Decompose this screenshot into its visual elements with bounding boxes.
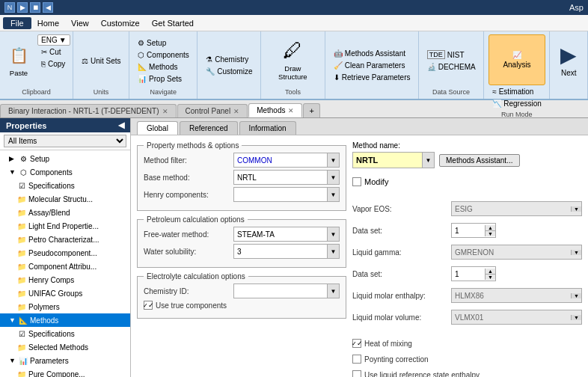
chemistry-id-arrow[interactable]: ▼	[327, 284, 339, 298]
methods-assistant-btn[interactable]: Methods Assistant...	[439, 154, 520, 167]
spinner-up[interactable]: ▲	[486, 225, 495, 231]
title-icon-1[interactable]: N	[4, 2, 15, 13]
sidebar-item-unifac[interactable]: 📁 UNIFAC Groups	[0, 286, 130, 300]
dechema-button[interactable]: 🔬 DECHEMA	[423, 61, 480, 73]
chemistry-id-dropdown[interactable]: ▼	[233, 283, 340, 298]
base-method-row: Base method: NRTL ▼	[144, 170, 340, 185]
dropdown-arrow-icon: ▼	[59, 36, 67, 44]
tab-global[interactable]: Global	[137, 121, 178, 135]
menu-file[interactable]: File	[3, 17, 31, 29]
draw-structure-button[interactable]: 🖊 Draw Structure	[266, 34, 320, 85]
sidebar-item-parameters[interactable]: ▼ 📊 Parameters	[0, 354, 130, 367]
cut-button[interactable]: ✂ Cut	[37, 46, 70, 58]
liquid-molar-volume-dropdown[interactable]: VLMX01 ▼	[451, 310, 582, 325]
method-filter-arrow[interactable]: ▼	[327, 153, 339, 167]
sidebar-item-selected-methods[interactable]: 📁 Selected Methods	[0, 340, 130, 354]
tab-information[interactable]: Information	[239, 121, 296, 135]
use-true-components-label: Use true components	[156, 301, 227, 310]
method-name-arrow[interactable]: ▼	[422, 153, 434, 168]
sidebar-filter-select[interactable]: All Items	[4, 135, 126, 147]
estimation-button[interactable]: ≈ Estimation	[489, 86, 545, 97]
retrieve-parameters-button[interactable]: ⬇ Retrieve Parameters	[330, 72, 414, 83]
nist-button[interactable]: TDE NIST	[423, 49, 480, 61]
customize-button[interactable]: 🔧 Customize	[202, 66, 256, 77]
menu-customize[interactable]: Customize	[95, 17, 146, 29]
henry-components-dropdown[interactable]: ▼	[233, 187, 340, 202]
liquid-molar-enthalpy-dropdown[interactable]: HLMX86 ▼	[451, 288, 582, 303]
sidebar-item-comp-specifications[interactable]: ☑ Specifications	[0, 179, 130, 192]
unit-sets-button[interactable]: ⚖ Unit Sets	[78, 55, 125, 67]
vapor-eos-dropdown[interactable]: ESIG ▼	[451, 201, 582, 216]
free-water-dropdown[interactable]: STEAM-TA ▼	[233, 227, 340, 242]
sidebar-collapse-icon[interactable]: ◀	[118, 120, 124, 130]
liquid-molar-enthalpy-arrow[interactable]: ▼	[571, 293, 581, 298]
methods-assistant-button[interactable]: 🤖 Methods Assistant	[330, 48, 414, 59]
next-button[interactable]: ▶ Next	[554, 34, 583, 85]
sidebar-item-polymers[interactable]: 📁 Polymers	[0, 300, 130, 313]
ribbon-draw-group: 🖊 Draw Structure Tools	[261, 31, 325, 99]
vapor-eos-arrow[interactable]: ▼	[571, 206, 581, 212]
water-solubility-arrow[interactable]: ▼	[327, 245, 339, 258]
sidebar-item-light-end[interactable]: 📁 Light End Propertie...	[0, 219, 130, 233]
eng-dropdown[interactable]: ENG ▼	[37, 34, 70, 46]
poynting-correction-checkbox[interactable]	[352, 355, 361, 364]
title-icon-3[interactable]: ⏹	[30, 2, 40, 13]
method-name-dropdown[interactable]: NRTL ▼	[352, 152, 435, 168]
sidebar-item-pseudo[interactable]: 📁 Pseudocomponent...	[0, 246, 130, 260]
liquid-molar-volume-arrow[interactable]: ▼	[571, 315, 581, 320]
sidebar-item-henry[interactable]: 📁 Henry Comps	[0, 273, 130, 286]
chemistry-button[interactable]: ⚗ Chemistry	[202, 54, 256, 65]
data-set-2-spinner[interactable]: ▲ ▼	[485, 269, 495, 280]
regression-button[interactable]: 📉 Regression	[489, 98, 545, 109]
liquid-gamma-arrow[interactable]: ▼	[571, 250, 581, 255]
base-method-arrow[interactable]: ▼	[327, 171, 339, 184]
sidebar-item-methods[interactable]: ▼ 📐 Methods	[0, 313, 130, 327]
methods-button[interactable]: 📐 Methods	[134, 61, 193, 73]
tab-close-binary[interactable]: ✕	[162, 108, 168, 115]
liquid-gamma-dropdown[interactable]: GMRENON ▼	[451, 245, 582, 260]
title-icon-4[interactable]: ◀	[43, 2, 53, 13]
sidebar-item-assay[interactable]: 📁 Assay/Blend	[0, 206, 130, 219]
sidebar-item-setup[interactable]: ▶ ⚙ Setup	[0, 152, 130, 165]
tab-methods[interactable]: Methods ✕	[248, 103, 302, 117]
tab-control-panel[interactable]: Control Panel ✕	[177, 104, 248, 117]
tab-close-control[interactable]: ✕	[233, 108, 239, 115]
data-set-1-spinner[interactable]: ▲ ▼	[485, 225, 495, 236]
use-liquid-reference-checkbox[interactable]	[352, 370, 361, 377]
analysis-button[interactable]: 📈 Analysis	[489, 34, 545, 85]
sidebar-item-pure-component[interactable]: 📁 Pure Compone...	[0, 367, 130, 377]
folder-icon: 📁	[16, 234, 27, 245]
sidebar-item-molecular-structure[interactable]: 📁 Molecular Structu...	[0, 192, 130, 206]
tab-close-methods[interactable]: ✕	[288, 107, 294, 114]
spinner-up-2[interactable]: ▲	[486, 269, 495, 275]
title-icon-2[interactable]: ▶	[17, 2, 28, 13]
setup-button[interactable]: ⚙ Setup	[134, 37, 193, 49]
copy-button[interactable]: ⎘ Copy	[37, 58, 70, 70]
prop-sets-button[interactable]: 📊 Prop Sets	[134, 73, 193, 85]
poynting-correction-row: Poynting correction	[352, 355, 582, 364]
components-button[interactable]: ⬡ Components	[134, 49, 193, 61]
tab-binary-interaction[interactable]: Binary Interaction - NRTL-1 (T-DEPENDENT…	[0, 104, 177, 117]
spinner-down-2[interactable]: ▼	[486, 275, 495, 280]
use-true-components-checkbox[interactable]: ✓	[144, 301, 153, 310]
water-solubility-dropdown[interactable]: 3 ▼	[233, 244, 340, 259]
menu-get-started[interactable]: Get Started	[146, 17, 200, 29]
sidebar-item-methods-spec[interactable]: ☑ Specifications	[0, 327, 130, 340]
heat-of-mixing-checkbox[interactable]: ✓	[352, 339, 361, 348]
clean-parameters-button[interactable]: 🧹 Clean Parameters	[330, 60, 414, 71]
base-method-dropdown[interactable]: NRTL ▼	[233, 170, 340, 185]
tab-referenced[interactable]: Referenced	[180, 121, 238, 135]
method-filter-dropdown[interactable]: COMMON ▼	[233, 153, 340, 168]
data-set-2-row: Data set: 1 ▲ ▼	[352, 266, 582, 281]
paste-button[interactable]: 📋 Paste	[3, 34, 34, 85]
sidebar-item-petro[interactable]: 📁 Petro Characterizat...	[0, 233, 130, 246]
tab-add-button[interactable]: +	[303, 103, 319, 117]
sidebar-item-comp-attrib[interactable]: 📁 Component Attribu...	[0, 260, 130, 273]
spinner-down[interactable]: ▼	[486, 231, 495, 236]
henry-components-arrow[interactable]: ▼	[327, 188, 339, 201]
free-water-arrow[interactable]: ▼	[327, 227, 339, 241]
menu-home[interactable]: Home	[31, 17, 65, 29]
sidebar-item-components[interactable]: ▼ ⬡ Components	[0, 165, 130, 179]
modify-checkbox[interactable]	[352, 177, 361, 186]
menu-view[interactable]: View	[65, 17, 95, 29]
